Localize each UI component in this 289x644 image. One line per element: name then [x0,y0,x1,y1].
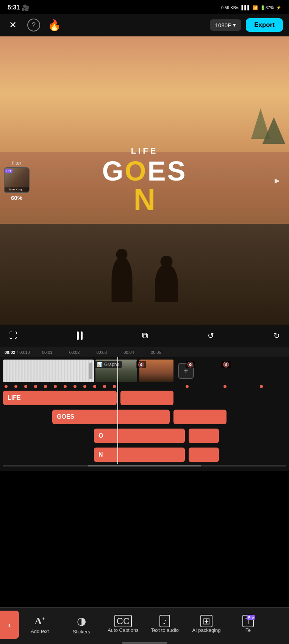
volume-mute-2: 🔇 [186,361,195,368]
top-bar-left: ✕ ? 🔥 [6,18,61,32]
add-text-icon: A+ [35,616,45,627]
text-o-letter: O [125,156,147,186]
caption-bar-n[interactable]: N [94,448,185,462]
graph-icon: 📊 [97,362,103,367]
te-label: Te [245,627,251,633]
toolbar-item-auto-captions[interactable]: CC Auto Captions [102,614,144,636]
caption-bar-n-2[interactable] [189,448,219,462]
help-button[interactable]: ? [27,19,40,31]
export-button[interactable]: Export [246,18,283,32]
text-goes: GOES [102,157,187,185]
status-right: 0.59 KB/s ▌▌▌ 📶 🔋37% ⚡ [221,5,281,10]
keyframe-dot [24,385,27,388]
pro-badge-te: Pro [247,615,255,620]
filter-thumbnail[interactable]: Pro Inse King... [4,167,30,193]
toolbar-item-add-text[interactable]: A+ Add text [19,613,61,637]
timeline-scrollbar[interactable] [3,465,286,467]
keyframe-row [0,385,289,388]
stickers-label: Stickers [73,629,90,635]
toolbar-item-ai-packaging[interactable]: ⊞ AI packaging [186,614,227,636]
caption-bar-o-2[interactable] [189,429,219,443]
fullscreen-button[interactable]: ⛶ [9,331,17,341]
filter-panel[interactable]: filter Pro Inse King... 60% [4,160,30,201]
timeline-total-time: 00:13 [19,350,30,355]
video-preview: LIFE GOES N ▶ filter Pro Inse King... 60… [0,36,289,325]
keyframe-dot [64,385,67,388]
toolbar-back-button[interactable]: ‹ [0,611,19,639]
ai-packaging-icon-wrap: ⊞ [200,617,212,626]
copy-button[interactable]: ⧉ [142,331,148,341]
toolbar-item-stickers[interactable]: ◑ Stickers [61,612,102,638]
keyframe-dot [83,385,86,388]
caption-bar-goes-2[interactable] [173,410,227,424]
ai-packaging-icon: ⊞ [200,615,212,627]
signal-icon: ▌▌▌ [242,5,250,10]
caption-track-goes: GOES [0,407,289,426]
person-left [111,256,132,302]
filter-percent: 60% [11,195,22,201]
close-button[interactable]: ✕ [6,18,20,32]
caption-bar-goes[interactable]: GOES [52,410,170,424]
playback-controls: ⛶ ⧉ ↺ ↻ [0,325,289,347]
caption-bar-life-2[interactable] [120,391,173,405]
top-bar: ✕ ? 🔥 1080P ▾ Export [0,14,289,36]
text-n: N [134,185,156,215]
caption-track-life: LIFE [0,388,289,407]
volume-mute-3: 🔇 [221,361,231,368]
silhouettes [111,256,178,302]
brand-flame-icon: 🔥 [48,19,61,31]
timeline-ruler: 00:02 / 00:13 00:01 00:02 00:03 00:04 00… [0,347,289,357]
te-icon-wrap: T Pro [242,617,254,626]
top-bar-right: 1080P ▾ Export [210,18,283,32]
person-right [155,264,178,302]
keyframe-dot [186,385,189,388]
charging-icon: ⚡ [276,5,281,10]
text-to-audio-icon: ♪ [159,615,170,627]
keyframe-dot [223,385,227,388]
graphs-label[interactable]: 📊 Graphs [94,361,122,368]
tracks-wrapper: 📊 Graphs 🔇 🔇 🔇 [0,357,289,464]
text-life: LIFE [102,146,187,156]
keyframe-dot [93,385,96,388]
bottom-toolbar: ‹ A+ Add text ◑ Stickers CC Auto Caption… [0,607,289,644]
add-text-label: Add text [31,628,49,634]
filter-name: Inse King... [5,187,29,192]
bottom-indicator [0,642,289,644]
timeline-scroll[interactable]: 📊 Graphs 🔇 🔇 🔇 [0,357,289,464]
keyframe-dot [5,385,8,388]
toolbar-item-te[interactable]: T Pro Te [227,614,269,636]
auto-captions-label: Auto Captions [108,627,139,633]
keyframe-dot [260,385,263,388]
text-on-row: N [102,185,187,215]
redo-button[interactable]: ↻ [273,331,280,340]
timeline-scroll-thumb[interactable] [88,465,201,467]
volume-mute-1: 🔇 [136,361,146,368]
keyframe-dot [103,385,106,388]
caption-track-n: N [0,445,289,464]
play-arrow-indicator: ▶ [275,176,280,185]
back-chevron-icon: ‹ [8,620,11,629]
status-time: 5:31 [8,4,20,11]
wifi-icon: 📶 [253,5,258,10]
timeline-area: 📊 Graphs 🔇 🔇 🔇 [0,357,289,471]
ruler-mark-01: 00:01 [37,350,53,355]
add-text-icon-wrap: A+ [35,616,45,627]
caption-track-o: O [0,426,289,445]
text-to-audio-icon-wrap: ♪ [159,617,170,626]
audio-clip[interactable] [3,360,94,382]
text-to-audio-label: Text to audio [151,627,179,633]
status-left: 5:31 🎥 [8,4,30,11]
clip-right-handle[interactable] [89,363,92,379]
caption-bar-o[interactable]: O [94,429,185,443]
ruler-mark-02: 00:02 [65,350,80,355]
undo-button[interactable]: ↺ [208,331,214,340]
resolution-button[interactable]: 1080P ▾ [210,19,241,31]
auto-captions-icon-wrap: CC [114,617,132,626]
status-bar: 5:31 🎥 0.59 KB/s ▌▌▌ 📶 🔋37% ⚡ [0,0,289,14]
toolbar-item-text-to-audio[interactable]: ♪ Text to audio [144,614,186,636]
pause-button[interactable] [77,331,83,340]
keyframe-dot [54,385,57,388]
ruler-mark-03: 00:03 [92,350,107,355]
caption-bar-life[interactable]: LIFE [3,391,117,405]
keyframe-dot [113,385,116,388]
